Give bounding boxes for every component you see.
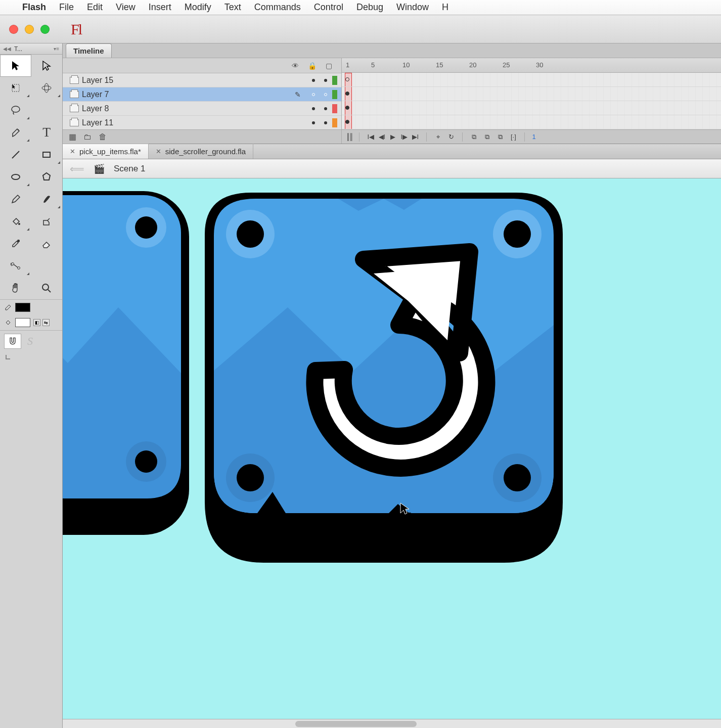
menu-window[interactable]: Window <box>396 2 429 13</box>
menu-file[interactable]: File <box>59 2 74 13</box>
menu-modify[interactable]: Modify <box>185 2 211 13</box>
traffic-lights <box>9 25 50 34</box>
menubar-appname[interactable]: Flash <box>22 2 46 13</box>
menu-edit[interactable]: Edit <box>87 2 103 13</box>
window-minimize-button[interactable] <box>25 25 34 34</box>
menu-insert[interactable]: Insert <box>149 2 171 13</box>
menu-view[interactable]: View <box>116 2 136 13</box>
mac-menubar: Flash File Edit View Insert Modify Text … <box>0 0 721 15</box>
menu-control[interactable]: Control <box>314 2 343 13</box>
menu-text[interactable]: Text <box>224 2 241 13</box>
window-close-button[interactable] <box>9 25 18 34</box>
menu-commands[interactable]: Commands <box>254 2 301 13</box>
menu-debug[interactable]: Debug <box>356 2 383 13</box>
flash-logo-icon: Fl <box>71 21 81 38</box>
window-titlebar: Fl <box>0 15 721 43</box>
window-zoom-button[interactable] <box>40 25 50 34</box>
menu-help-truncated[interactable]: H <box>442 2 448 13</box>
